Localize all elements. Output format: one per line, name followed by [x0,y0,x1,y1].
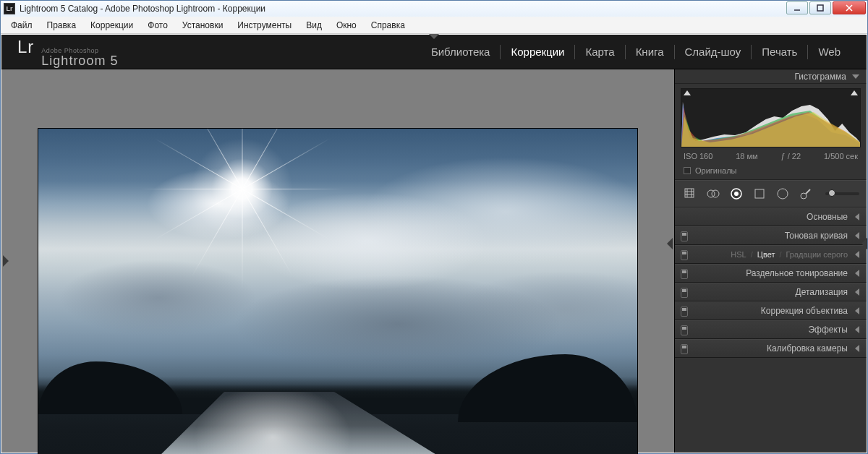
panel-section-6[interactable]: Эффекты [675,320,867,339]
exif-aperture: ƒ / 22 [781,152,801,160]
svg-rect-1 [817,5,823,11]
histogram-title: Гистограмма [795,72,846,82]
redeye-tool[interactable] [728,186,744,202]
panel-section-1[interactable]: Тоновая кривая [675,226,867,245]
panel-switch-icon[interactable] [681,288,688,298]
panel-section-7[interactable]: Калибровка камеры [675,339,867,358]
section-label: Тоновая кривая [785,231,848,241]
svg-point-14 [778,189,788,199]
module-print[interactable]: Печать [752,46,807,58]
menubar: Файл Правка Коррекции Фото Установки Инс… [1,17,867,34]
module-slideshow[interactable]: Слайд-шоу [675,46,752,58]
svg-point-10 [712,190,719,197]
originals-row[interactable]: Оригиналы [675,163,867,180]
panel-switch-icon[interactable] [681,307,688,317]
right-outer-toggle-icon[interactable] [861,238,867,249]
crop-tool[interactable] [682,186,698,202]
module-web[interactable]: Web [808,46,851,58]
menu-help[interactable]: Справка [365,19,411,32]
panel-section-0[interactable]: Основные [675,207,867,226]
trees-right [458,354,637,422]
panel-section-2[interactable]: HSL / Цвет / Градации серого [675,245,867,264]
identity-bar: Lr Adobe Photoshop Lightroom 5 Библиотек… [1,35,867,69]
subtab[interactable]: HSL [731,250,746,259]
module-develop[interactable]: Коррекции [501,46,574,58]
left-panel-toggle-icon[interactable] [3,255,9,267]
adjustment-brush-tool[interactable] [798,186,814,202]
menu-edit[interactable]: Правка [41,19,82,32]
panel-switch-icon[interactable] [681,231,688,241]
graduated-filter-tool[interactable] [752,186,767,202]
logo-brand-large: Lightroom 5 [41,54,118,67]
menu-settings[interactable]: Установки [176,19,229,32]
menu-window[interactable]: Окно [331,19,362,32]
slider-knob[interactable] [828,189,835,197]
exif-focal: 18 мм [736,152,757,160]
chevron-left-icon [855,270,859,277]
panel-section-4[interactable]: Детализация [675,283,867,301]
panel-section-3[interactable]: Раздельное тонирование [675,264,867,283]
chevron-left-icon [855,232,859,239]
svg-point-12 [734,192,739,196]
subtab[interactable]: Градации серого [786,250,848,259]
right-panel-toggle-icon[interactable] [667,238,673,249]
logo: Lr Adobe Photoshop Lightroom 5 [17,37,118,67]
originals-label: Оригиналы [695,166,737,175]
right-panel: Гистограмма ISO 160 18 м [674,69,867,453]
svg-line-16 [806,189,810,194]
menu-view[interactable]: Вид [300,19,328,32]
section-label: Основные [807,212,848,222]
panel-switch-icon[interactable] [681,269,688,279]
svg-point-15 [801,193,807,199]
workspace: Гистограмма ISO 160 18 м [1,69,867,453]
brush-size-slider[interactable] [825,192,859,195]
chevron-left-icon [855,326,859,333]
section-label: Детализация [796,287,848,297]
svg-rect-13 [755,189,764,198]
panel-switch-icon[interactable] [681,250,688,260]
maximize-button[interactable] [809,1,831,14]
radial-filter-tool[interactable] [775,186,791,202]
module-book[interactable]: Книга [626,46,674,58]
section-label: Коррекция объектива [761,306,848,316]
svg-rect-4 [685,189,694,197]
panel-section-5[interactable]: Коррекция объектива [675,301,867,320]
spot-removal-tool[interactable] [705,186,721,202]
subtab[interactable]: Цвет [757,250,775,259]
module-library[interactable]: Библиотека [421,46,501,58]
window-frame: Lr Lightroom 5 Catalog - Adobe Photoshop… [0,0,868,454]
module-map[interactable]: Карта [575,46,624,58]
section-label: Калибровка камеры [767,343,848,354]
histogram-header[interactable]: Гистограмма [675,69,867,84]
menu-develop[interactable]: Коррекции [85,19,139,32]
app-icon: Lr [4,3,15,14]
histogram[interactable] [681,88,861,147]
logo-lr: Lr [17,37,34,57]
chevron-left-icon [855,213,859,220]
svg-point-9 [707,190,715,197]
close-button[interactable] [833,1,866,14]
checkbox-icon[interactable] [684,167,691,174]
module-picker: Библиотека Коррекции Карта Книга Слайд-ш… [421,45,851,59]
minimize-button[interactable] [786,1,808,14]
collapse-top-icon[interactable] [429,34,439,39]
canvas-area [1,69,674,453]
trees-left [38,361,182,414]
section-label: Эффекты [808,325,848,335]
exif-row: ISO 160 18 мм ƒ / 22 1/500 сек [675,150,867,163]
menu-tools[interactable]: Инструменты [231,19,297,32]
sun-glare [242,189,244,190]
window-title: Lightroom 5 Catalog - Adobe Photoshop Li… [20,4,785,14]
section-label: Раздельное тонирование [746,268,848,278]
titlebar[interactable]: Lr Lightroom 5 Catalog - Adobe Photoshop… [1,1,867,17]
chevron-left-icon [855,345,859,352]
chevron-down-icon [852,74,859,79]
exif-shutter: 1/500 сек [824,152,858,160]
menu-file[interactable]: Файл [5,19,38,32]
photo-preview[interactable] [38,129,637,454]
app-body: Lr Adobe Photoshop Lightroom 5 Библиотек… [1,35,867,453]
toolstrip [675,180,867,207]
menu-photo[interactable]: Фото [142,19,174,32]
panel-switch-icon[interactable] [681,325,688,335]
panel-switch-icon[interactable] [681,344,688,354]
